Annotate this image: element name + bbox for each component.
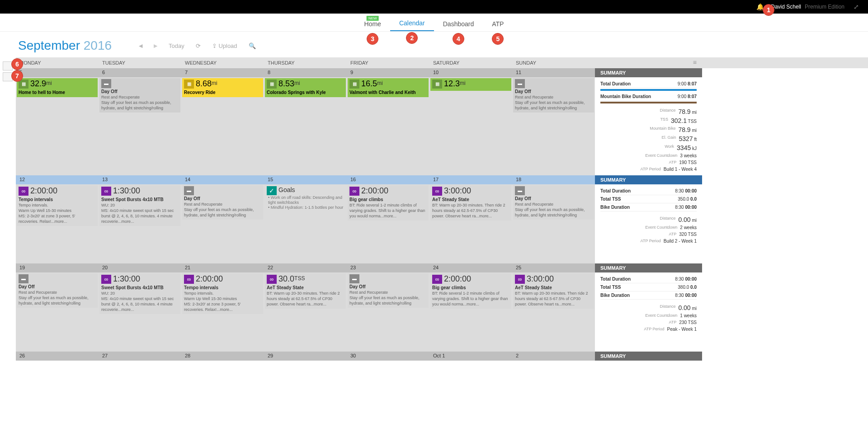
day-cell[interactable]: ▬Day OffRest and RecuperateStay off your… [181,184,264,263]
daynum[interactable]: 6 [99,68,181,77]
day-cell[interactable]: ∞1:30:00Sweet Spot Bursts 4x10 MTBWU: 20… [99,272,181,352]
daynum[interactable]: 17 [429,175,512,184]
daynum[interactable]: 8 [264,68,347,77]
expand-icon[interactable]: ⤢ [854,3,859,10]
day-cell[interactable]: ∞2:00:00Tempo intervalsTempo intervals. … [16,184,99,263]
day-cell[interactable]: ∞1:30:00Sweet Spot Bursts 4x10 MTBWU: 20… [99,184,181,263]
bike-icon: ∞ [515,275,525,284]
bike-icon: ∞ [432,275,442,284]
day-headers-row: MONDAY TUESDAY WEDNESDAY THURSDAY FRIDAY… [16,57,868,68]
daynum[interactable]: Oct 1 [429,352,512,361]
day-cell[interactable]: ▬Day OffRest and RecuperateStay off your… [99,77,181,175]
daynum[interactable]: 24 [429,263,512,272]
day-cell[interactable]: ∞3:00:00AeT Steady StateBT: Warm up 20-3… [429,184,512,263]
daynum[interactable]: 12 [16,175,99,184]
workout-card[interactable]: ▦8.53miColorado Springs with Kyle [265,78,346,97]
daynum[interactable]: 16 [347,175,429,184]
daynum[interactable]: 19 [16,263,99,272]
workout-card[interactable]: ∞1:30:00Sweet Spot Bursts 4x10 MTBWU: 20… [99,273,180,314]
daynum[interactable]: 11 [512,68,595,77]
callout-7: 7 [11,70,23,82]
daynum[interactable]: 27 [99,352,181,361]
dayhead-mon: MONDAY [16,57,99,68]
day-cell[interactable]: ▬Day OffRest and RecuperateStay off your… [16,272,99,352]
daynum[interactable]: 26 [16,352,99,361]
day-cell[interactable]: ▬Day OffRest and RecuperateStay off your… [512,184,595,263]
day-cell[interactable]: ▦8.53miColorado Springs with Kyle [264,77,347,175]
callout-6: 6 [11,58,23,70]
workout-card[interactable]: ▬Day OffRest and RecuperateStay off your… [17,273,98,308]
daynum[interactable]: 20 [99,263,181,272]
upload-button[interactable]: ⇪ Upload [212,42,237,49]
day-cell[interactable]: ▦8.68miRecovery Ride [181,77,264,175]
daynum[interactable]: 5 [16,68,99,77]
daynum[interactable]: 25 [512,263,595,272]
workout-card[interactable]: ▦12.3mi [430,78,511,91]
daynum[interactable]: 22 [264,263,347,272]
mtb-icon: ▦ [267,80,277,89]
workout-card[interactable]: ∞30.0TSSAeT Steady StateBT: Warm up 20-3… [265,273,346,309]
rest-icon: ▬ [101,79,111,88]
day-cell[interactable]: ∞2:00:00Big gear climbsBT: Ride several … [347,184,429,263]
callout-5: 5 [492,33,504,45]
daynum[interactable]: 13 [99,175,181,184]
day-cell[interactable]: ▦12.3mi [429,77,512,175]
daynum[interactable]: 28 [181,352,264,361]
workout-card[interactable]: ▬Day OffRest and RecuperateStay off your… [513,78,594,113]
workout-card[interactable]: ∞3:00:00AeT Steady StateBT: Warm up 20-3… [513,273,594,309]
nav-dashboard[interactable]: Dashboard 4 [434,16,483,31]
workout-card[interactable]: ∞3:00:00AeT Steady StateBT: Warm up 20-3… [430,185,511,221]
today-button[interactable]: Today [169,42,184,49]
workout-card[interactable]: ∞2:00:00Big gear climbsBT: Ride several … [348,185,429,221]
prev-icon[interactable]: ◀ [139,43,142,49]
day-cell[interactable]: ∞2:00:00Big gear climbsBT: Ride several … [429,272,512,352]
day-cell[interactable]: ∞3:00:00AeT Steady StateBT: Warm up 20-3… [512,272,595,352]
day-cell[interactable]: ∞30.0TSSAeT Steady StateBT: Warm up 20-3… [264,272,347,352]
day-cell[interactable]: ∞2:00:00Tempo intervalsTempo intervals. … [181,272,264,352]
workout-card[interactable]: ∞2:00:00Big gear climbsBT: Ride several … [430,273,511,309]
day-cell[interactable]: ▬Day OffRest and RecuperateStay off your… [347,272,429,352]
day-cell[interactable]: ▦16.5miValmont with Charlie and Keith [347,77,429,175]
daynum[interactable]: 9 [347,68,429,77]
rest-icon: ▬ [515,79,525,88]
daynum[interactable]: 15 [264,175,347,184]
nav-tabs: NEW Home 3 Calendar 2 Dashboard 4 ATP 5 [0,14,868,32]
week2-content: ∞2:00:00Tempo intervalsTempo intervals. … [16,184,868,263]
workout-card[interactable]: ▦32.9miHome to hell to Home [17,78,98,97]
day-cell[interactable]: ▬Day OffRest and RecuperateStay off your… [512,77,595,175]
workout-card[interactable]: ▬Day OffRest and RecuperateStay off your… [182,185,263,220]
day-cell[interactable]: ▦32.9miHome to hell to Home [16,77,99,175]
workout-card[interactable]: ▬Day OffRest and RecuperateStay off your… [99,78,180,113]
search-icon[interactable]: 🔍 [249,42,256,49]
daynum[interactable]: 7 [181,68,264,77]
workout-card[interactable]: ▦8.68miRecovery Ride [182,78,263,97]
bike-icon: ∞ [101,275,111,284]
daynum[interactable]: 21 [181,263,264,272]
refresh-icon[interactable]: ⟳ [196,42,201,49]
daynum[interactable]: 2 [512,352,595,361]
workout-card[interactable]: ▬Day OffRest and RecuperateStay off your… [348,273,429,308]
nav-home[interactable]: NEW Home 3 [355,16,390,31]
daynum[interactable]: 18 [512,175,595,184]
daynum[interactable]: 14 [181,175,264,184]
user-name[interactable]: David Schell [771,4,801,10]
day-cell[interactable]: ✓Goals • Work on off road skills: Descen… [264,184,347,263]
daynum[interactable]: 30 [347,352,429,361]
side-icons: 6 7 [0,57,16,361]
goal-card[interactable]: ✓Goals • Work on off road skills: Descen… [265,185,346,212]
hamburger-icon[interactable]: ≡ [693,60,697,65]
nav-calendar[interactable]: Calendar 2 [390,15,434,31]
workout-card[interactable]: ∞2:00:00Tempo intervalsTempo intervals. … [182,273,263,314]
daynum[interactable]: 10 [429,68,512,77]
new-badge: NEW [367,16,379,21]
workout-card[interactable]: ∞2:00:00Tempo intervalsTempo intervals. … [17,185,98,226]
workout-card[interactable]: ▬Day OffRest and RecuperateStay off your… [513,185,594,220]
nav-atp[interactable]: ATP 5 [483,16,513,31]
workout-card[interactable]: ∞1:30:00Sweet Spot Bursts 4x10 MTBWU: 20… [99,185,180,226]
workout-card[interactable]: ▦16.5miValmont with Charlie and Keith [348,78,429,97]
daynum[interactable]: 23 [347,263,429,272]
next-icon[interactable]: ▶ [154,43,157,49]
week2-nums: 12 13 14 15 16 17 18 SUMMARY [16,175,868,184]
week1-nums: 5 6 7 8 9 10 11 SUMMARY [16,68,868,77]
daynum[interactable]: 29 [264,352,347,361]
